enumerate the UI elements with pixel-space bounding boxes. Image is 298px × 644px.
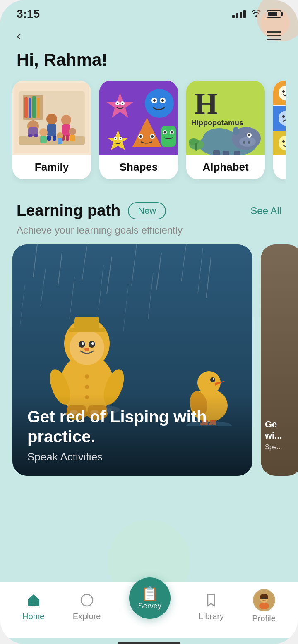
svg-point-159 [81,594,93,606]
nav-item-library[interactable]: Library [199,591,224,621]
svg-rect-4 [29,98,31,118]
svg-rect-13 [47,124,56,136]
profile-label: Profile [252,614,276,623]
svg-point-58 [239,137,256,147]
home-label: Home [22,612,44,621]
survey-icon: 📋 [141,585,159,602]
family-card-label: Family [12,155,91,179]
svg-point-36 [120,138,121,139]
svg-point-148 [213,378,214,380]
svg-rect-64 [213,150,220,155]
nav-item-profile[interactable]: Profile [252,589,276,623]
nav-item-home[interactable]: Home [22,591,44,621]
svg-rect-6 [37,98,40,118]
svg-point-60 [248,141,250,144]
svg-point-41 [151,135,154,138]
svg-point-164 [264,597,266,599]
svg-point-51 [171,131,173,134]
svg-point-62 [248,134,250,136]
svg-point-16 [61,115,71,125]
svg-point-141 [85,374,89,379]
svg-point-68 [189,138,199,145]
shapes-card-label: Shapes [99,155,178,179]
svg-line-112 [181,244,186,281]
svg-line-114 [41,269,46,306]
menu-button[interactable] [267,31,281,40]
svg-point-24 [57,132,63,139]
card-content-overlay: Get red of Lisping with practice. Speak … [12,394,252,476]
svg-rect-21 [40,136,47,143]
home-icon [24,591,43,609]
explore-label: Explore [73,612,101,621]
category-card-feelings[interactable]: ♥ ♥ ✕ ✕ ✕ [273,81,286,179]
svg-line-116 [99,265,103,310]
svg-line-117 [148,273,153,319]
explore-icon [78,591,96,609]
category-card-family[interactable]: Family [12,81,91,179]
svg-point-30 [117,103,118,104]
bottom-navigation: Home Explore 📋 Servey Library [0,582,298,638]
svg-line-119 [20,286,25,327]
nav-item-explore[interactable]: Explore [73,591,101,621]
svg-point-10 [28,134,33,137]
svg-text:Hippopotamus: Hippopotamus [191,119,243,127]
svg-rect-25 [58,138,62,144]
svg-line-118 [198,248,203,294]
categories-section: Family [0,76,298,192]
learning-card-peek[interactable]: Gewi... Spe... [261,244,298,476]
library-icon [202,591,220,609]
svg-point-46 [161,99,164,102]
svg-rect-158 [32,602,35,606]
svg-point-42 [145,89,174,118]
alphabet-card-label: Alphabet [186,155,265,179]
svg-rect-65 [223,151,229,155]
card-sub-title: Speak Activities [27,451,238,463]
svg-point-31 [122,103,123,104]
svg-rect-23 [70,135,75,141]
see-all-button[interactable]: See All [250,205,281,217]
svg-point-63 [233,127,239,135]
svg-line-110 [132,244,137,286]
learning-card-lisping[interactable]: Get red of Lisping with practice. Speak … [12,244,252,476]
svg-rect-66 [234,151,240,155]
alphabet-card-image: H Hippopotamus [186,81,265,155]
new-badge[interactable]: New [128,202,166,219]
svg-point-142 [85,385,89,389]
category-card-shapes[interactable]: Shapes [99,81,178,179]
svg-point-50 [164,131,166,134]
svg-point-80 [282,90,285,93]
svg-line-109 [107,257,112,294]
battery-icon [267,10,281,18]
svg-point-147 [210,377,215,382]
card-main-title: Get red of Lisping with practice. [27,407,238,446]
svg-line-108 [82,244,87,281]
family-card-image [12,81,91,155]
svg-point-163 [262,597,264,599]
library-label: Library [199,612,224,621]
svg-text:H: H [195,87,218,120]
shapes-card-image [99,81,178,155]
svg-rect-69 [195,143,197,151]
svg-rect-15 [53,136,56,141]
learning-card-bg: Get red of Lisping with practice. Speak … [12,244,252,476]
profile-avatar [253,589,275,611]
svg-point-59 [243,141,245,144]
home-indicator [118,642,180,644]
svg-rect-132 [74,317,99,330]
svg-line-111 [156,253,161,290]
signal-icon [232,10,246,18]
category-card-alphabet[interactable]: H Hippopotamus [186,81,265,179]
learning-cards-scroll: Get red of Lisping with practice. Speak … [0,244,298,488]
svg-rect-14 [47,136,51,141]
back-button[interactable]: ‹ [17,28,21,43]
survey-button[interactable]: 📋 Servey [129,577,171,619]
svg-line-107 [58,253,62,286]
svg-point-128 [82,342,84,345]
feelings-card-image: ♥ ♥ ✕ ✕ ✕ [273,81,286,155]
peek-card-subtitle: Spe... [265,444,298,451]
svg-point-162 [259,603,269,609]
svg-point-35 [115,138,116,139]
peek-card-title: Gewi... [265,419,298,441]
svg-rect-3 [24,97,28,118]
svg-point-11 [34,134,38,137]
